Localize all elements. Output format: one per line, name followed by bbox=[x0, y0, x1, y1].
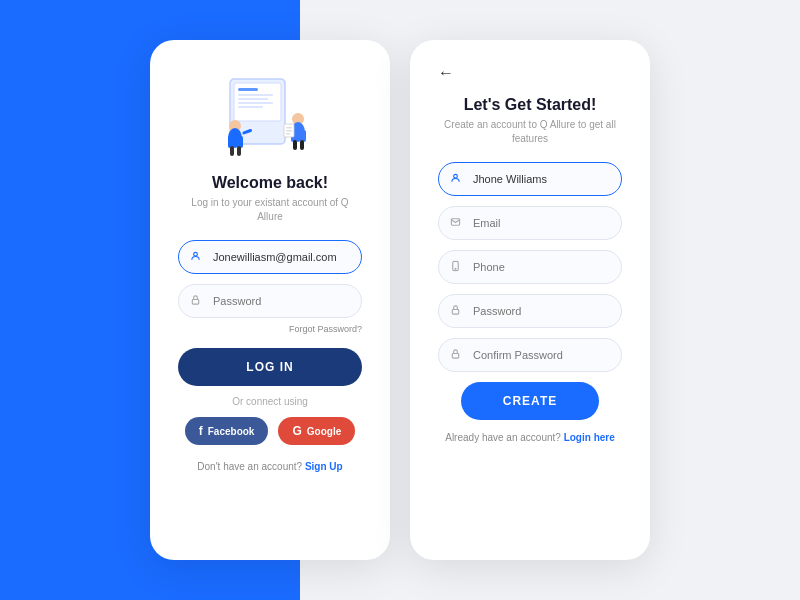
name-input-group bbox=[438, 162, 622, 196]
svg-rect-22 bbox=[286, 130, 292, 132]
svg-rect-31 bbox=[452, 354, 458, 359]
svg-rect-2 bbox=[238, 88, 258, 91]
login-prompt: Already have an account? Login here bbox=[445, 432, 615, 443]
reg-password-input-group bbox=[438, 294, 622, 328]
svg-point-26 bbox=[454, 174, 458, 178]
facebook-icon: f bbox=[199, 424, 203, 438]
reg-lock-icon bbox=[450, 305, 461, 318]
password-field[interactable] bbox=[178, 284, 362, 318]
register-subtitle: Create an account to Q Allure to get all… bbox=[438, 118, 622, 146]
login-button[interactable]: LOG IN bbox=[178, 348, 362, 386]
google-icon: G bbox=[292, 424, 301, 438]
svg-rect-30 bbox=[452, 310, 458, 315]
svg-rect-6 bbox=[238, 106, 263, 108]
confirm-lock-icon bbox=[450, 349, 461, 362]
svg-rect-23 bbox=[286, 133, 290, 135]
login-subtitle: Log in to your existant account of Q All… bbox=[178, 196, 362, 224]
svg-rect-18 bbox=[293, 140, 297, 150]
divider-text: Or connect using bbox=[232, 396, 308, 407]
user-icon bbox=[190, 251, 201, 264]
svg-point-29 bbox=[455, 268, 456, 269]
cards-container: Welcome back! Log in to your existant ac… bbox=[0, 0, 800, 600]
phone-field[interactable] bbox=[438, 250, 622, 284]
google-button[interactable]: G Google bbox=[278, 417, 355, 445]
email-input-group bbox=[178, 240, 362, 274]
phone-icon bbox=[450, 261, 461, 274]
forgot-password-link[interactable]: Forgot Password? bbox=[178, 324, 362, 334]
login-title: Welcome back! bbox=[212, 174, 328, 192]
svg-rect-4 bbox=[238, 98, 268, 100]
reg-email-input-group bbox=[438, 206, 622, 240]
social-buttons: f Facebook G Google bbox=[185, 417, 355, 445]
password-input-group bbox=[178, 284, 362, 318]
user-reg-icon bbox=[450, 173, 461, 186]
login-card: Welcome back! Log in to your existant ac… bbox=[150, 40, 390, 560]
signup-link[interactable]: Sign Up bbox=[305, 461, 343, 472]
register-card: ← Let's Get Started! Create an account t… bbox=[410, 40, 650, 560]
svg-rect-12 bbox=[237, 146, 241, 156]
svg-rect-19 bbox=[300, 140, 304, 150]
register-title: Let's Get Started! bbox=[464, 96, 597, 114]
phone-input-group bbox=[438, 250, 622, 284]
confirm-password-field[interactable] bbox=[438, 338, 622, 372]
svg-rect-11 bbox=[230, 146, 234, 156]
svg-rect-5 bbox=[238, 102, 273, 104]
facebook-button[interactable]: f Facebook bbox=[185, 417, 269, 445]
confirm-password-input-group bbox=[438, 338, 622, 372]
svg-rect-21 bbox=[286, 127, 292, 129]
login-here-link[interactable]: Login here bbox=[564, 432, 615, 443]
lock-icon bbox=[190, 295, 201, 308]
svg-point-24 bbox=[194, 252, 198, 256]
name-field[interactable] bbox=[438, 162, 622, 196]
reg-password-field[interactable] bbox=[438, 294, 622, 328]
reg-email-field[interactable] bbox=[438, 206, 622, 240]
login-illustration bbox=[200, 64, 340, 164]
email-field[interactable] bbox=[178, 240, 362, 274]
svg-rect-3 bbox=[238, 94, 273, 96]
svg-rect-25 bbox=[192, 300, 198, 305]
create-button[interactable]: CREATE bbox=[461, 382, 599, 420]
signup-prompt: Don't have an account? Sign Up bbox=[197, 461, 342, 472]
email-reg-icon bbox=[450, 217, 461, 230]
back-arrow[interactable]: ← bbox=[438, 64, 622, 82]
